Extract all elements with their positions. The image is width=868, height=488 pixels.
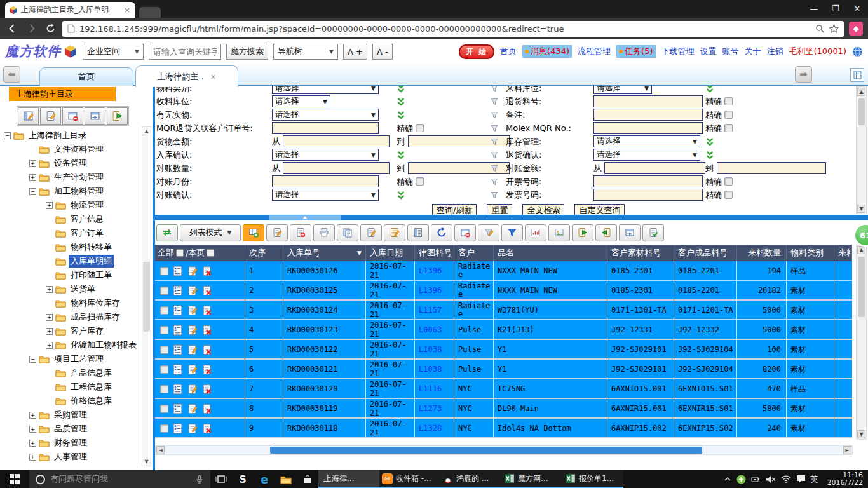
taskbar-clock[interactable]: 11:16 2016/7/22 xyxy=(822,471,868,487)
tabs-scroll-right-icon[interactable]: ➡ xyxy=(795,66,812,83)
scroll-right-icon[interactable]: ► xyxy=(843,446,851,454)
top-menu-item[interactable]: 首页 xyxy=(500,46,517,57)
top-menu-item[interactable]: 注销 xyxy=(767,46,783,57)
row-checkbox[interactable] xyxy=(160,405,168,413)
row-detail-icon[interactable] xyxy=(172,403,183,414)
toolbar-edit-icon[interactable] xyxy=(266,224,288,241)
row-detail-icon[interactable] xyxy=(172,285,183,296)
row-edit-icon[interactable] xyxy=(187,344,198,355)
sidebar-item-生产计划管理[interactable]: +生产计划管理 xyxy=(0,170,153,184)
table-row[interactable]: 6RKD000301212016-07-21L1038PulseY1J92-SJ… xyxy=(155,360,852,379)
sidebar-item-人事管理[interactable]: +人事管理 xyxy=(0,450,153,464)
minimize-button[interactable]: — xyxy=(803,0,825,18)
row-checkbox[interactable] xyxy=(160,306,168,315)
tree-toggle-icon[interactable]: + xyxy=(29,454,36,461)
grid-header-来料[interactable]: 来料 xyxy=(834,245,852,261)
row-detail-icon[interactable] xyxy=(172,325,183,336)
row-delete-icon[interactable] xyxy=(201,423,212,434)
toolbar-approve-icon[interactable] xyxy=(642,224,664,241)
magic-search-button[interactable]: 魔方搜索 xyxy=(226,44,268,60)
toolbar-chart-icon[interactable] xyxy=(525,224,546,241)
filter-input-from[interactable] xyxy=(283,135,390,147)
keyword-search-input[interactable] xyxy=(153,47,217,57)
row-detail-icon[interactable] xyxy=(172,305,183,316)
filter-input[interactable] xyxy=(593,122,703,134)
chat-icon[interactable] xyxy=(796,475,806,484)
splitter-thumb[interactable] xyxy=(269,215,341,220)
toolbar-report-icon[interactable] xyxy=(407,224,429,241)
scroll-left-icon[interactable]: ◄ xyxy=(156,446,165,454)
sidebar-item-设备管理[interactable]: +设备管理 xyxy=(0,156,153,170)
bookmark-star-icon[interactable] xyxy=(829,24,839,34)
scroll-thumb[interactable] xyxy=(858,257,865,317)
chevron-up-icon[interactable] xyxy=(724,476,731,482)
row-detail-icon[interactable] xyxy=(172,344,183,355)
sidebar-item-采购管理[interactable]: +采购管理 xyxy=(0,408,153,422)
tab-home[interactable]: 首页 xyxy=(39,67,133,86)
sidebar-item-送货单[interactable]: +送货单 xyxy=(0,282,153,296)
sidebar-item-物料转移单[interactable]: 物料转移单 xyxy=(0,240,153,254)
grid-scrollbar[interactable]: ▲ ▼ xyxy=(856,245,867,440)
filter-select[interactable]: 请选择▼ xyxy=(272,95,330,107)
tab-list-icon[interactable] xyxy=(850,68,864,82)
select-page-checkbox[interactable] xyxy=(207,249,214,257)
row-checkbox[interactable] xyxy=(160,267,168,275)
filter-input[interactable] xyxy=(272,175,379,187)
filter-button-查询/刷新[interactable]: 查询/刷新 xyxy=(432,204,477,215)
tree-toggle-icon[interactable]: + xyxy=(46,328,53,335)
sidebar-item-物流管理[interactable]: +物流管理 xyxy=(0,198,153,212)
font-minus-button[interactable]: A - xyxy=(372,44,393,60)
top-menu-item[interactable]: 消息(434) xyxy=(522,45,572,58)
row-delete-icon[interactable] xyxy=(201,305,212,316)
exact-checkbox[interactable] xyxy=(724,97,733,105)
taskbar-app-魔方网...[interactable]: 魔方网... xyxy=(501,470,562,488)
tab-active[interactable]: 上海律韵主..× xyxy=(135,65,238,87)
scroll-thumb[interactable] xyxy=(858,98,865,125)
exact-checkbox[interactable] xyxy=(416,177,424,186)
sidebar-item-产品信息库[interactable]: 产品信息库 xyxy=(0,366,153,380)
filter-input-to[interactable] xyxy=(717,162,826,174)
row-detail-icon[interactable] xyxy=(172,266,183,276)
grid-header-次序[interactable]: 次序 xyxy=(245,245,283,261)
tree-toggle-icon[interactable]: − xyxy=(29,188,36,195)
start-button[interactable]: 开 始 xyxy=(459,44,494,59)
tree-scrollbar[interactable]: ▲ ▼ xyxy=(142,126,151,466)
double-chevron-icon[interactable] xyxy=(705,151,714,159)
space-select[interactable]: 企业空间▼ xyxy=(83,44,144,60)
top-menu-item[interactable]: 任务(5) xyxy=(616,45,655,58)
tree-toggle-icon[interactable]: + xyxy=(29,174,36,181)
row-delete-icon[interactable] xyxy=(201,384,212,395)
toolbar-refresh-icon[interactable] xyxy=(431,224,452,241)
sidebar-tool-window-remove-icon[interactable] xyxy=(62,107,83,125)
globe-icon[interactable] xyxy=(852,46,863,57)
toolbar-filter-edit-icon[interactable] xyxy=(478,224,499,241)
sidebar-item-化镀加工物料报表[interactable]: +化镀加工物料报表 xyxy=(0,338,153,352)
toolbar-export-book-icon[interactable] xyxy=(572,224,593,241)
tree-toggle-icon[interactable]: + xyxy=(46,314,53,321)
sidebar-tool-form-edit-icon[interactable] xyxy=(18,107,39,125)
scroll-down-icon[interactable]: ▼ xyxy=(144,459,148,464)
sidebar-item-工程信息库[interactable]: 工程信息库 xyxy=(0,380,153,394)
power-plug-icon[interactable] xyxy=(751,475,761,484)
table-row[interactable]: 7RKD000301202016-07-21L1116NYCTC75NG6AXN… xyxy=(155,379,852,399)
sidebar-item-客户库存[interactable]: +客户库存 xyxy=(0,324,153,338)
filter-input[interactable] xyxy=(593,189,703,201)
table-row[interactable]: 3RKD000301242016-07-21L1157RadiateeW3781… xyxy=(155,301,852,320)
sidebar-item-财务管理[interactable]: +财务管理 xyxy=(0,436,153,450)
toolbar-import-book-icon[interactable] xyxy=(595,224,617,241)
sidebar-item-加工物料管理[interactable]: −加工物料管理 xyxy=(0,184,153,198)
grid-header-客户素材料号[interactable]: 客户素材料号 xyxy=(607,245,674,261)
filter-select[interactable]: 请选择▼ xyxy=(593,135,700,147)
row-delete-icon[interactable] xyxy=(201,285,212,296)
sidebar-item-客户订单[interactable]: 客户订单 xyxy=(0,226,153,240)
splitter-bar[interactable] xyxy=(155,215,868,220)
row-detail-icon[interactable] xyxy=(172,423,183,434)
taskbar-app-上海律...[interactable]: 上海律... xyxy=(318,470,379,488)
table-row[interactable]: 8RKD000301192016-07-21L1273NYCDL90 Main6… xyxy=(155,399,852,419)
volume-muted-icon[interactable] xyxy=(766,475,776,484)
exact-checkbox[interactable] xyxy=(724,124,733,132)
row-edit-icon[interactable] xyxy=(187,403,198,414)
row-checkbox[interactable] xyxy=(160,385,168,393)
input-language[interactable]: 英 xyxy=(811,474,818,485)
sidebar-item-项目工艺管理[interactable]: −项目工艺管理 xyxy=(0,352,153,366)
